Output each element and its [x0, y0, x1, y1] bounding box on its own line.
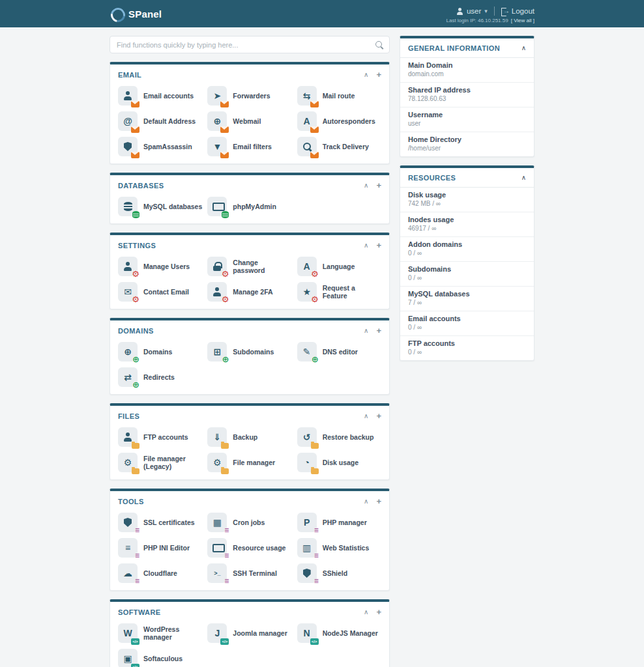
menu-item-restore-backup[interactable]: ↺Restore backup	[297, 427, 381, 447]
brand-name: SPanel	[128, 8, 162, 20]
menu-item-file-manager-legacy[interactable]: ⚙File manager (Legacy)	[118, 453, 202, 472]
envelope-badge-icon	[310, 152, 319, 158]
php-icon: P	[297, 513, 317, 532]
code-badge-icon	[131, 664, 139, 667]
sliders-badge-icon	[314, 577, 319, 585]
section-card-domains: DOMAINS∧+⊕Domains⊞Subdomains✎DNS editor⇄…	[110, 318, 390, 395]
main-content: EMAIL∧+Email accounts➤Forwarders⇆Mail ro…	[110, 36, 534, 667]
menu-item-ssh-terminal[interactable]: >_SSH Terminal	[207, 563, 291, 583]
menu-item-php-manager[interactable]: PPHP manager	[297, 513, 381, 532]
menu-item-cron-jobs[interactable]: ▦Cron jobs	[207, 513, 291, 532]
gear-icon: ⚙	[207, 453, 227, 472]
collapse-icon[interactable]: ∧	[364, 609, 368, 616]
collapse-icon[interactable]: ∧	[364, 328, 368, 334]
menu-item-email-accounts[interactable]: Email accounts	[118, 86, 202, 106]
sliders-badge-icon	[224, 577, 229, 585]
section-title: EMAIL	[118, 71, 141, 79]
database-badge-icon	[132, 211, 139, 218]
collapse-icon[interactable]: ∧	[521, 45, 526, 51]
menu-item-phpmyadmin[interactable]: phpMyAdmin	[207, 197, 291, 216]
menu-item-cloudflare[interactable]: ☁Cloudflare	[118, 563, 202, 583]
menu-item-disk-usage[interactable]: ◔Disk usage	[297, 453, 381, 472]
menu-item-label: Cloudflare	[143, 569, 177, 577]
menu-item-label: Restore backup	[323, 433, 374, 441]
chevron-down-icon: ▾	[484, 8, 488, 14]
logout-button[interactable]: Logout	[501, 7, 534, 15]
info-label: Shared IP address	[408, 86, 526, 94]
collapse-icon[interactable]: ∧	[364, 413, 368, 419]
menu-item-email-filters[interactable]: ▼Email filters	[207, 137, 291, 156]
info-label: Main Domain	[408, 61, 526, 70]
menu-item-forwarders[interactable]: ➤Forwarders	[207, 86, 291, 106]
collapse-icon[interactable]: ∧	[364, 498, 368, 505]
menu-item-sshield[interactable]: SShield	[297, 563, 381, 583]
menu-item-ssl-certificates[interactable]: SSL certificates	[118, 513, 202, 532]
menu-item-contact-email[interactable]: ✉Contact Email	[118, 282, 202, 302]
collapse-icon[interactable]: ∧	[364, 182, 368, 189]
menu-item-manage-2fa[interactable]: Manage 2FA	[207, 282, 291, 302]
move-icon[interactable]: +	[376, 326, 381, 335]
menu-item-autoresponders[interactable]: AAutoresponders	[297, 111, 381, 131]
collapse-icon[interactable]: ∧	[364, 242, 368, 249]
menu-item-subdomains[interactable]: ⊞Subdomains	[207, 342, 291, 362]
magnifier-icon	[297, 137, 317, 156]
view-all-link[interactable]: [ View all ]	[511, 18, 534, 23]
menu-item-resource-usage[interactable]: Resource usage	[207, 538, 291, 558]
move-icon[interactable]: +	[376, 241, 381, 249]
sliders-badge-icon	[314, 526, 319, 534]
menu-item-wordpress-manager[interactable]: WWordPress manager	[118, 623, 202, 643]
sidebar-section-title: GENERAL INFORMATION	[408, 44, 500, 52]
menu-item-webmail[interactable]: ⊕Webmail	[207, 111, 291, 131]
menu-item-file-manager[interactable]: ⚙File manager	[207, 453, 291, 472]
lock-icon	[207, 257, 227, 276]
monitor-icon	[207, 538, 227, 558]
menu-item-label: File manager (Legacy)	[143, 455, 202, 470]
move-icon[interactable]: +	[376, 608, 381, 616]
menu-item-mysql-databases[interactable]: MySQL databases	[118, 197, 202, 216]
menu-item-ftp-accounts[interactable]: FTP accounts	[118, 427, 202, 447]
section-title: SETTINGS	[118, 242, 156, 249]
info-value: 7 / ∞	[408, 299, 526, 307]
move-icon[interactable]: +	[376, 181, 381, 190]
move-icon[interactable]: +	[376, 412, 381, 420]
menu-item-track-delivery[interactable]: Track Delivery	[297, 137, 381, 156]
move-icon[interactable]: +	[376, 497, 381, 505]
menu-item-joomla-manager[interactable]: JJoomla manager	[207, 623, 291, 643]
brand[interactable]: SPanel	[110, 7, 162, 21]
menu-item-nodejs-manager[interactable]: NNodeJS Manager	[297, 623, 381, 643]
user-icon	[118, 427, 138, 447]
menu-item-softaculous[interactable]: ▣Softaculous	[118, 649, 202, 667]
menu-item-request-a-feature[interactable]: ★Request a Feature	[297, 282, 381, 302]
folder-badge-icon	[221, 443, 229, 449]
globe-icon: ⊕	[207, 111, 227, 131]
menu-item-dns-editor[interactable]: ✎DNS editor	[297, 342, 381, 362]
menu-item-change-password[interactable]: Change password	[207, 257, 291, 276]
search-input[interactable]	[110, 36, 390, 53]
menu-item-domains[interactable]: ⊕Domains	[118, 342, 202, 362]
menu-item-mail-route[interactable]: ⇆Mail route	[297, 86, 381, 106]
menu-item-label: SpamAssassin	[143, 143, 192, 150]
menu-item-label: File manager	[233, 459, 275, 466]
menu-item-redirects[interactable]: ⇄Redirects	[118, 367, 202, 387]
collapse-icon[interactable]: ∧	[521, 175, 526, 181]
menu-item-web-statistics[interactable]: ▥Web Statistics	[297, 538, 381, 558]
app-header: SPanel user ▾ Logout Last login IP: 46.1…	[0, 0, 644, 27]
menu-item-backup[interactable]: ⇓Backup	[207, 427, 291, 447]
collapse-icon[interactable]: ∧	[364, 72, 368, 78]
menu-item-label: Default Address	[143, 117, 196, 125]
menu-item-manage-users[interactable]: Manage Users	[118, 257, 202, 276]
menu-item-php-ini-editor[interactable]: ≡PHP INI Editor	[118, 538, 202, 558]
menu-item-default-address[interactable]: @Default Address	[118, 111, 202, 131]
header-right: user ▾ Logout Last login IP: 46.10.251.5…	[446, 7, 535, 23]
menu-item-label: SShield	[323, 569, 348, 577]
info-label: Inodes usage	[408, 216, 526, 224]
shield-icon	[297, 563, 317, 583]
info-value: domain.com	[408, 70, 526, 78]
section-card-databases: DATABASES∧+MySQL databasesphpMyAdmin	[110, 173, 390, 224]
menu-item-spamassassin[interactable]: SpamAssassin	[118, 137, 202, 156]
user-menu[interactable]: user ▾	[456, 7, 488, 15]
info-value: 46917 / ∞	[408, 225, 526, 233]
code-badge-icon	[131, 638, 139, 645]
move-icon[interactable]: +	[376, 70, 381, 79]
menu-item-language[interactable]: ALanguage	[297, 257, 381, 276]
